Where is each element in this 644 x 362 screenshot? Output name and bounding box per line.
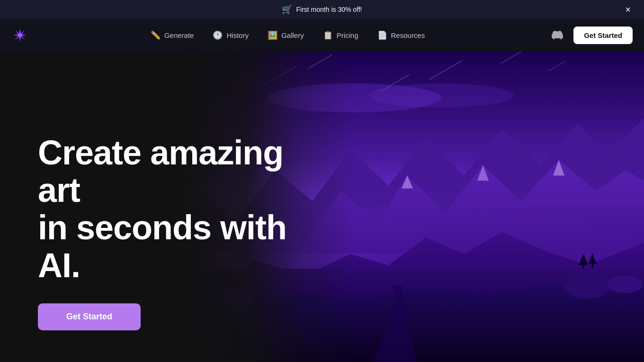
nav-link-gallery[interactable]: 🖼️ Gallery — [259, 26, 313, 45]
svg-point-15 — [607, 276, 643, 294]
gallery-icon: 🖼️ — [268, 30, 277, 40]
svg-point-17 — [369, 83, 514, 108]
nav-link-resources[interactable]: 📄 Resources — [369, 26, 434, 45]
banner-text: 🛒 First month is 30% off! — [282, 4, 362, 15]
banner-close-button[interactable]: × — [621, 3, 635, 16]
hero-content: Create amazing art in seconds with AI. G… — [38, 134, 313, 330]
svg-point-14 — [564, 275, 611, 299]
nav-links: ✏️ Generate 🕐 History 🖼️ Gallery 📋 Prici… — [27, 26, 549, 45]
banner-message: First month is 30% off! — [296, 6, 362, 13]
nav-link-pricing[interactable]: 📋 Pricing — [314, 26, 367, 45]
nav-link-resources-label: Resources — [391, 31, 425, 39]
nav-link-history[interactable]: 🕐 History — [204, 26, 257, 45]
navbar: ✏️ Generate 🕐 History 🖼️ Gallery 📋 Prici… — [0, 19, 644, 51]
resources-icon: 📄 — [377, 30, 387, 40]
svg-point-1 — [18, 33, 22, 37]
hero-title-line2: in seconds with AI. — [38, 209, 286, 284]
generate-icon: ✏️ — [151, 30, 161, 40]
nav-link-pricing-label: Pricing — [337, 31, 358, 39]
hero-title-line1: Create amazing art — [38, 134, 283, 209]
nav-link-generate-label: Generate — [164, 31, 194, 39]
cart-icon: 🛒 — [282, 4, 292, 15]
history-icon: 🕐 — [213, 30, 223, 40]
nav-link-history-label: History — [226, 31, 249, 39]
nav-right: Get Started — [549, 27, 633, 44]
pricing-icon: 📋 — [323, 30, 333, 40]
nav-get-started-button[interactable]: Get Started — [573, 27, 633, 44]
promo-banner: 🛒 First month is 30% off! × — [0, 0, 644, 19]
nav-link-generate[interactable]: ✏️ Generate — [142, 26, 203, 45]
hero-title: Create amazing art in seconds with AI. — [38, 134, 313, 284]
hero-get-started-button[interactable]: Get Started — [38, 303, 141, 330]
nav-link-gallery-label: Gallery — [281, 31, 304, 39]
discord-icon[interactable] — [549, 27, 566, 44]
logo[interactable] — [11, 27, 28, 44]
hero-section: Create amazing art in seconds with AI. G… — [0, 51, 644, 362]
